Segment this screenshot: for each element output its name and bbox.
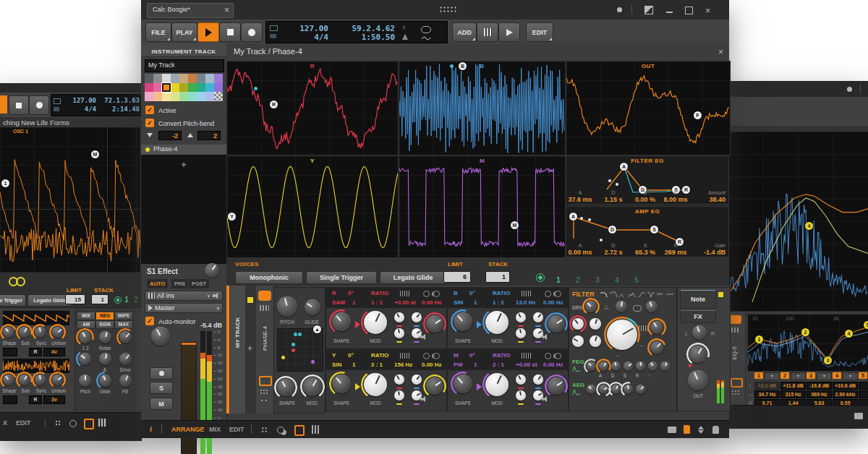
osc-wave[interactable]: SIN (332, 361, 341, 368)
filter-type-icons[interactable] (600, 291, 675, 299)
osc-phase[interactable]: 0° (348, 290, 354, 296)
knob[interactable] (516, 328, 526, 338)
knob[interactable] (412, 312, 422, 322)
stereo-icon[interactable] (433, 291, 440, 297)
color-swatch[interactable] (162, 92, 171, 101)
knob[interactable] (688, 370, 708, 390)
knob[interactable] (119, 331, 132, 343)
color-swatch[interactable] (214, 83, 223, 93)
color-swatch[interactable] (145, 92, 153, 101)
aeg-s-value[interactable]: 65.3 % (633, 249, 658, 256)
scope-out-marker[interactable]: F (694, 111, 702, 119)
xy-dot-cyan[interactable] (294, 333, 297, 336)
auto-chip[interactable]: AUTO (147, 279, 168, 288)
xy-dot-yellow[interactable] (281, 356, 285, 359)
knob[interactable] (516, 374, 526, 385)
browser-icon[interactable] (668, 427, 676, 433)
osc-wave[interactable]: SIN (454, 299, 463, 306)
knob[interactable] (533, 328, 543, 338)
eq-band-type-select[interactable]: ▾ (765, 372, 780, 380)
color-swatch[interactable] (188, 83, 197, 93)
remote-controls-icon[interactable] (731, 327, 739, 333)
eq-band-handle[interactable]: 3 (824, 356, 832, 364)
osc-ratio[interactable]: 2 : 1 (493, 361, 504, 368)
mix-tab[interactable]: MIX (209, 426, 221, 433)
mode-sign-button[interactable]: SIGN (95, 320, 114, 329)
status-mix-tab[interactable]: X (3, 419, 7, 427)
eq-band-type-select[interactable]: ▾ (791, 372, 806, 380)
knob[interactable] (533, 312, 543, 322)
knob[interactable] (454, 374, 472, 393)
knob[interactable] (52, 374, 63, 385)
left-stack-field[interactable]: 1 (91, 294, 109, 304)
info-icon[interactable]: i (150, 424, 152, 433)
knob[interactable] (689, 346, 707, 363)
knob[interactable] (611, 361, 621, 371)
device-enable-button[interactable] (258, 291, 271, 301)
knob[interactable] (79, 374, 91, 387)
knob[interactable] (533, 390, 543, 401)
aeg-a-value[interactable]: 0.00 ms (568, 249, 592, 256)
knob[interactable] (35, 374, 46, 385)
color-swatch[interactable] (197, 74, 205, 83)
eq-band-handle[interactable]: 5 (864, 321, 868, 329)
input-select[interactable]: All ins (145, 291, 223, 301)
fx-tab[interactable]: FX (680, 310, 716, 323)
metronome-icon[interactable]: ♪ (402, 23, 406, 30)
add-device-icon[interactable]: + (141, 159, 226, 170)
arrange-tab[interactable]: ARRANGE (171, 426, 205, 433)
knob[interactable] (99, 353, 111, 365)
edit-tab[interactable]: EDIT (229, 426, 244, 433)
loop-icon[interactable] (421, 26, 431, 33)
osc-phase[interactable]: 0° (348, 352, 354, 359)
eq-band-number[interactable]: 5 (859, 372, 867, 379)
color-swatch[interactable] (171, 74, 179, 83)
knob[interactable] (79, 353, 91, 365)
file-panel-icon[interactable] (684, 425, 690, 434)
color-swatch[interactable] (162, 83, 171, 93)
bend-down-icon[interactable] (147, 133, 153, 137)
knob[interactable] (99, 374, 111, 387)
status-edit-tab[interactable]: EDIT (16, 419, 31, 427)
osc-ratio[interactable]: 2 : 1 (371, 361, 383, 368)
knob[interactable] (454, 312, 472, 331)
stop-button[interactable] (219, 22, 241, 42)
knob[interactable] (412, 374, 422, 385)
eq-band-number[interactable]: 4 (833, 372, 841, 379)
knob[interactable] (533, 374, 543, 385)
bend-up-icon[interactable] (187, 133, 193, 137)
mono-icon[interactable] (545, 291, 551, 297)
pre-chip[interactable]: PRE (171, 279, 188, 288)
mono-button[interactable]: Monophonic (235, 271, 303, 284)
color-swatch[interactable] (153, 92, 162, 101)
snap-icon[interactable] (55, 420, 61, 426)
legato-glide-button[interactable]: Legato Glide (380, 271, 446, 284)
eq5-mini-display[interactable]: 10 100 2k 1 2 3 4 5 (747, 314, 868, 372)
osc-detune[interactable]: +0.00 st (394, 299, 416, 306)
dual-display-icon[interactable] (84, 419, 94, 429)
value-cell[interactable]: R (29, 395, 42, 404)
value-cell[interactable] (3, 348, 17, 356)
eq-band-handle[interactable]: 4 (845, 330, 853, 338)
right-eq-display[interactable]: 4 (727, 132, 868, 311)
osc-wave[interactable]: PW (454, 361, 463, 368)
knob[interactable] (485, 373, 509, 396)
knob[interactable] (99, 331, 111, 343)
eq-band-handle[interactable]: 1 (755, 335, 763, 343)
osc-detune[interactable]: 13.0 Hz (516, 299, 536, 306)
osc-num[interactable]: 1 (352, 299, 355, 306)
active-checkbox[interactable] (145, 106, 154, 114)
xy-dot-red[interactable] (292, 348, 295, 352)
mixer-strips-icon[interactable] (312, 425, 320, 434)
xy-pad[interactable]: ▲ (277, 328, 323, 372)
scope-m-marker[interactable]: M (511, 221, 519, 229)
eq-band-handle-4[interactable]: 4 (805, 222, 813, 230)
bend-down-field[interactable]: -2 (158, 131, 182, 140)
color-swatch[interactable] (171, 83, 179, 93)
time-display[interactable]: 1:50.50 (337, 33, 395, 42)
mode-neg-button[interactable]: NEG (95, 312, 114, 320)
browser-icon[interactable] (854, 413, 863, 419)
punch-in-icon[interactable] (270, 25, 278, 31)
file-button[interactable]: FILE (145, 22, 171, 42)
play-button[interactable] (197, 22, 219, 42)
